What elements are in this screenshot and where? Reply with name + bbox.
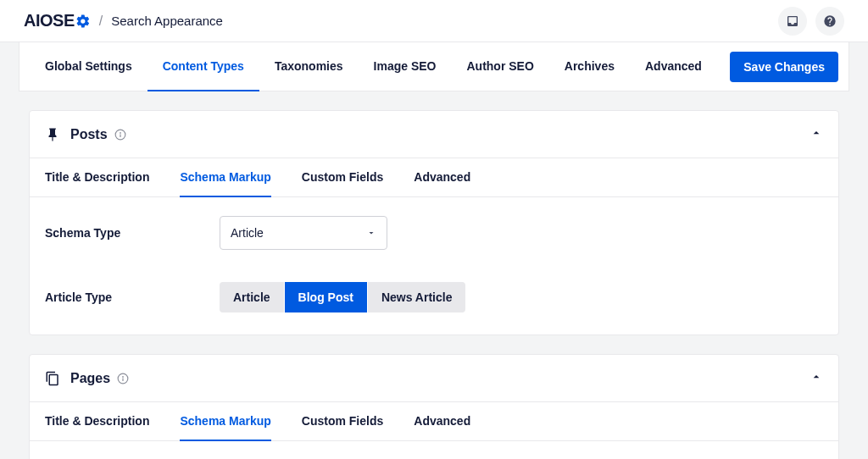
panel-posts: Posts Title & Description Schema Markup … (29, 110, 839, 335)
breadcrumb-separator: / (99, 14, 103, 29)
pages-icon (45, 371, 60, 386)
posts-subtab-custom-fields[interactable]: Custom Fields (302, 158, 383, 197)
article-type-blog-post[interactable]: Blog Post (285, 282, 367, 312)
logo: AIOSE (24, 11, 91, 30)
tab-taxonomies[interactable]: Taxonomies (259, 42, 359, 91)
posts-schema-type-value: Article (231, 226, 264, 240)
tab-content-types[interactable]: Content Types (147, 42, 259, 91)
info-icon[interactable] (117, 373, 129, 384)
posts-subtab-title-description[interactable]: Title & Description (45, 158, 149, 197)
pages-subtab-schema-markup[interactable]: Schema Markup (180, 402, 270, 441)
inbox-button[interactable] (778, 7, 807, 36)
chevron-down-icon (366, 228, 376, 238)
panel-pages-title: Pages (70, 371, 110, 386)
info-icon[interactable] (114, 129, 126, 141)
panel-pages: Pages Title & Description Schema Markup … (29, 354, 839, 459)
tab-archives[interactable]: Archives (549, 42, 630, 91)
article-type-article[interactable]: Article (220, 282, 284, 312)
pages-subtabs: Title & Description Schema Markup Custom… (30, 401, 838, 441)
panel-posts-title: Posts (70, 127, 108, 142)
posts-subtab-schema-markup[interactable]: Schema Markup (180, 158, 270, 197)
posts-schema-type-label: Schema Type (45, 226, 220, 240)
pin-icon (45, 127, 60, 142)
article-type-news-article[interactable]: News Article (368, 282, 466, 312)
main-tabbar: Global Settings Content Types Taxonomies… (19, 42, 849, 91)
tab-image-seo[interactable]: Image SEO (359, 42, 452, 91)
pages-subtab-advanced[interactable]: Advanced (414, 402, 470, 441)
article-type-group: Article Blog Post News Article (220, 282, 465, 312)
gear-icon (75, 14, 91, 29)
tab-author-seo[interactable]: Author SEO (451, 42, 548, 91)
collapse-toggle[interactable] (810, 370, 823, 386)
posts-subtab-advanced[interactable]: Advanced (414, 158, 470, 197)
save-changes-button[interactable]: Save Changes (730, 52, 838, 82)
collapse-toggle[interactable] (810, 126, 823, 142)
pages-subtab-custom-fields[interactable]: Custom Fields (302, 402, 383, 441)
pages-subtab-title-description[interactable]: Title & Description (45, 402, 149, 441)
help-button[interactable] (815, 7, 844, 36)
posts-article-type-label: Article Type (45, 290, 220, 304)
posts-schema-type-select[interactable]: Article (220, 216, 387, 250)
posts-subtabs: Title & Description Schema Markup Custom… (30, 158, 838, 197)
tab-global-settings[interactable]: Global Settings (30, 42, 147, 91)
tab-advanced[interactable]: Advanced (630, 42, 717, 91)
page-title: Search Appearance (111, 14, 223, 28)
